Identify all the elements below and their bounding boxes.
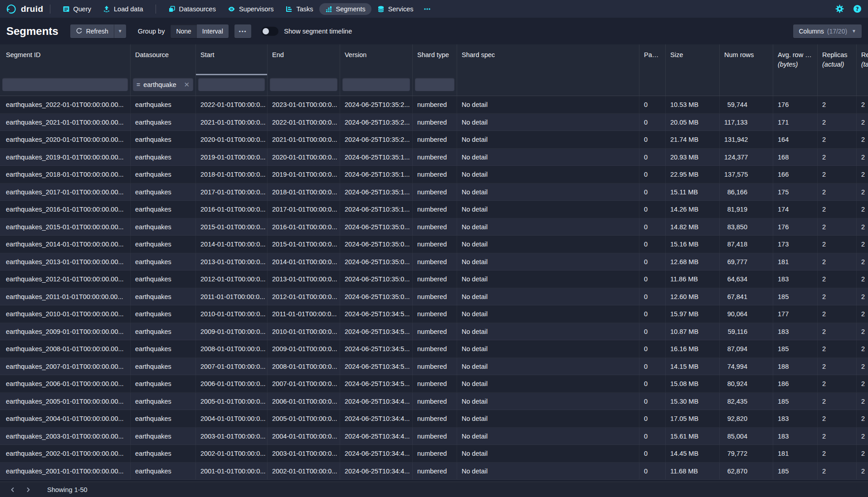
cell-partition[interactable]: 0 bbox=[639, 340, 666, 358]
cell-end[interactable]: 2014-01-01T00:00:0... bbox=[268, 253, 340, 271]
cell-replication_factor[interactable]: 2 bbox=[857, 358, 868, 376]
cell-datasource[interactable]: earthquakes bbox=[131, 96, 196, 114]
cell-version[interactable]: 2024-06-25T10:35:0... bbox=[340, 218, 413, 236]
cell-avg_row_size[interactable]: 186 bbox=[773, 375, 818, 393]
cell-partition[interactable]: 0 bbox=[639, 305, 666, 323]
cell-version[interactable]: 2024-06-25T10:35:0... bbox=[340, 270, 413, 288]
nav-item-services[interactable]: Services bbox=[371, 3, 419, 15]
column-header-start[interactable]: Start bbox=[196, 44, 268, 75]
nav-item-load-data[interactable]: Load data bbox=[97, 3, 149, 15]
cell-avg_row_size[interactable]: 173 bbox=[773, 236, 818, 253]
cell-datasource[interactable]: earthquakes bbox=[131, 375, 196, 393]
cell-segment_id[interactable]: earthquakes_2017-01-01T00:00:00.00... bbox=[0, 183, 131, 201]
cell-avg_row_size[interactable]: 176 bbox=[773, 96, 818, 114]
cell-size[interactable]: 14.45 MB bbox=[666, 445, 720, 463]
cell-partition[interactable]: 0 bbox=[639, 236, 666, 253]
cell-datasource[interactable]: earthquakes bbox=[131, 236, 196, 253]
cell-avg_row_size[interactable]: 183 bbox=[773, 428, 818, 445]
cell-partition[interactable]: 0 bbox=[639, 393, 666, 410]
cell-segment_id[interactable]: earthquakes_2010-01-01T00:00:00.00... bbox=[0, 305, 131, 323]
cell-shard_spec[interactable]: No detail bbox=[457, 236, 639, 253]
cell-replicas[interactable]: 2 bbox=[818, 288, 857, 306]
cell-start[interactable]: 2011-01-01T00:00:0... bbox=[196, 288, 268, 306]
cell-start[interactable]: 2009-01-01T00:00:0... bbox=[196, 323, 268, 341]
cell-replication_factor[interactable]: 2 bbox=[857, 445, 868, 463]
cell-segment_id[interactable]: earthquakes_2019-01-01T00:00:00.00... bbox=[0, 149, 131, 166]
cell-segment_id[interactable]: earthquakes_2021-01-01T00:00:00.00... bbox=[0, 114, 131, 131]
cell-avg_row_size[interactable]: 185 bbox=[773, 340, 818, 358]
cell-shard_type[interactable]: numbered bbox=[413, 393, 457, 410]
cell-num_rows[interactable]: 82,435 bbox=[720, 393, 773, 410]
cell-shard_spec[interactable]: No detail bbox=[457, 218, 639, 236]
cell-replication_factor[interactable]: 2 bbox=[857, 323, 868, 341]
cell-avg_row_size[interactable]: 181 bbox=[773, 445, 818, 463]
cell-replicas[interactable]: 2 bbox=[818, 305, 857, 323]
cell-end[interactable]: 2020-01-01T00:00:0... bbox=[268, 149, 340, 166]
nav-item-segments[interactable]: Segments bbox=[319, 3, 371, 15]
cell-shard_type[interactable]: numbered bbox=[413, 323, 457, 341]
cell-end[interactable]: 2002-01-01T00:00:0... bbox=[268, 463, 340, 480]
previous-page-button[interactable] bbox=[6, 484, 19, 496]
cell-end[interactable]: 2007-01-01T00:00:0... bbox=[268, 375, 340, 393]
cell-num_rows[interactable]: 131,942 bbox=[720, 131, 773, 149]
toolbar-more-button[interactable]: ••• bbox=[234, 24, 252, 38]
cell-replicas[interactable]: 2 bbox=[818, 218, 857, 236]
cell-size[interactable]: 10.87 MB bbox=[666, 323, 720, 341]
cell-size[interactable]: 15.08 MB bbox=[666, 375, 720, 393]
cell-end[interactable]: 2023-01-01T00:00:0... bbox=[268, 96, 340, 114]
cell-replicas[interactable]: 2 bbox=[818, 358, 857, 376]
cell-version[interactable]: 2024-06-25T10:34:5... bbox=[340, 375, 413, 393]
cell-datasource[interactable]: earthquakes bbox=[131, 445, 196, 463]
cell-replicas[interactable]: 2 bbox=[818, 340, 857, 358]
datasource-filter-chip[interactable]: =earthquake✕ bbox=[133, 78, 193, 91]
cell-segment_id[interactable]: earthquakes_2002-01-01T00:00:00.00... bbox=[0, 445, 131, 463]
column-header-size[interactable]: Size bbox=[666, 44, 720, 75]
cell-replicas[interactable]: 2 bbox=[818, 463, 857, 480]
cell-avg_row_size[interactable]: 171 bbox=[773, 114, 818, 131]
cell-shard_spec[interactable]: No detail bbox=[457, 445, 639, 463]
cell-size[interactable]: 16.16 MB bbox=[666, 340, 720, 358]
cell-replicas[interactable]: 2 bbox=[818, 131, 857, 149]
cell-shard_spec[interactable]: No detail bbox=[457, 428, 639, 445]
cell-segment_id[interactable]: earthquakes_2004-01-01T00:00:00.00... bbox=[0, 410, 131, 428]
cell-shard_type[interactable]: numbered bbox=[413, 375, 457, 393]
cell-num_rows[interactable]: 92,820 bbox=[720, 410, 773, 428]
cell-end[interactable]: 2005-01-01T00:00:0... bbox=[268, 410, 340, 428]
cell-replication_factor[interactable]: 2 bbox=[857, 288, 868, 306]
cell-segment_id[interactable]: earthquakes_2005-01-01T00:00:00.00... bbox=[0, 393, 131, 410]
cell-size[interactable]: 11.68 MB bbox=[666, 463, 720, 480]
cell-end[interactable]: 2015-01-01T00:00:0... bbox=[268, 236, 340, 253]
cell-num_rows[interactable]: 124,377 bbox=[720, 149, 773, 166]
cell-version[interactable]: 2024-06-25T10:35:2... bbox=[340, 114, 413, 131]
nav-item-supervisors[interactable]: Supervisors bbox=[222, 3, 280, 15]
cell-version[interactable]: 2024-06-25T10:34:4... bbox=[340, 393, 413, 410]
cell-datasource[interactable]: earthquakes bbox=[131, 428, 196, 445]
cell-partition[interactable]: 0 bbox=[639, 323, 666, 341]
cell-shard_spec[interactable]: No detail bbox=[457, 393, 639, 410]
cell-datasource[interactable]: earthquakes bbox=[131, 410, 196, 428]
cell-partition[interactable]: 0 bbox=[639, 358, 666, 376]
filter-input-version[interactable] bbox=[342, 78, 410, 91]
cell-start[interactable]: 2015-01-01T00:00:0... bbox=[196, 218, 268, 236]
cell-num_rows[interactable]: 83,850 bbox=[720, 218, 773, 236]
cell-replication_factor[interactable]: 2 bbox=[857, 236, 868, 253]
cell-start[interactable]: 2017-01-01T00:00:0... bbox=[196, 183, 268, 201]
cell-end[interactable]: 2022-01-01T00:00:0... bbox=[268, 114, 340, 131]
column-header-replicas[interactable]: Replicas(actual) bbox=[818, 44, 857, 75]
cell-replicas[interactable]: 2 bbox=[818, 166, 857, 183]
cell-version[interactable]: 2024-06-25T10:35:0... bbox=[340, 288, 413, 306]
cell-avg_row_size[interactable]: 185 bbox=[773, 288, 818, 306]
cell-shard_type[interactable]: numbered bbox=[413, 340, 457, 358]
cell-shard_spec[interactable]: No detail bbox=[457, 149, 639, 166]
cell-version[interactable]: 2024-06-25T10:34:4... bbox=[340, 463, 413, 480]
cell-num_rows[interactable]: 137,575 bbox=[720, 166, 773, 183]
cell-shard_spec[interactable]: No detail bbox=[457, 323, 639, 341]
cell-version[interactable]: 2024-06-25T10:35:0... bbox=[340, 253, 413, 271]
cell-replication_factor[interactable]: 2 bbox=[857, 428, 868, 445]
cell-replicas[interactable]: 2 bbox=[818, 393, 857, 410]
cell-start[interactable]: 2016-01-01T00:00:0... bbox=[196, 201, 268, 218]
cell-datasource[interactable]: earthquakes bbox=[131, 166, 196, 183]
cell-segment_id[interactable]: earthquakes_2018-01-01T00:00:00.00... bbox=[0, 166, 131, 183]
cell-start[interactable]: 2020-01-01T00:00:0... bbox=[196, 131, 268, 149]
cell-avg_row_size[interactable]: 175 bbox=[773, 183, 818, 201]
